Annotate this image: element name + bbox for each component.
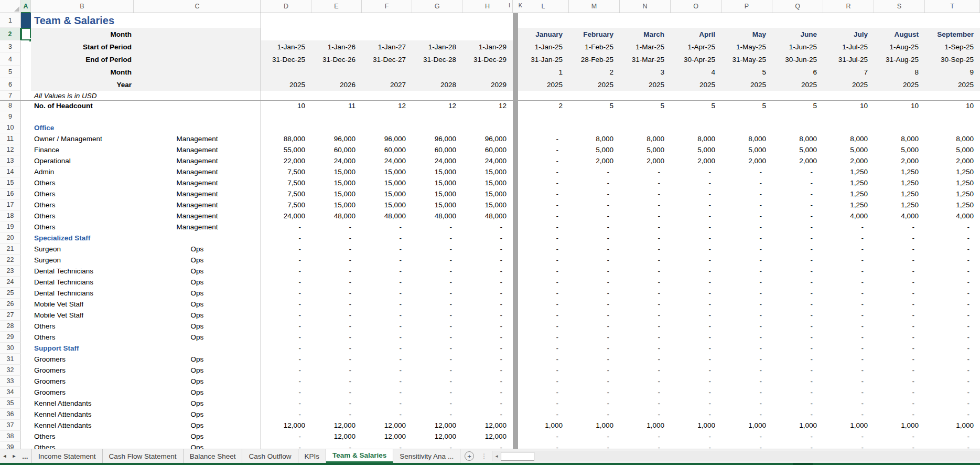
cell-D14[interactable]: 7,500	[261, 166, 311, 177]
cell-P5[interactable]: 5	[721, 66, 772, 78]
col-header-F[interactable]: F	[362, 0, 412, 13]
cell-G26[interactable]: -	[412, 299, 462, 310]
cell-L20[interactable]: -	[518, 232, 569, 244]
cell-C39[interactable]: Ops	[134, 442, 261, 449]
cell-M1[interactable]	[569, 13, 620, 28]
cell-M28[interactable]: -	[569, 321, 620, 332]
cell-T27[interactable]: -	[925, 310, 980, 321]
cell-B33[interactable]: Groomers	[31, 376, 134, 387]
cell-C6[interactable]	[134, 78, 261, 91]
cell-H16[interactable]: 15,000	[462, 188, 513, 199]
cell-C4[interactable]	[134, 53, 261, 66]
cell-R36[interactable]: -	[823, 409, 874, 420]
cell-O30[interactable]: -	[671, 343, 721, 354]
cell-H10[interactable]	[462, 122, 513, 133]
cell-T19[interactable]: -	[925, 221, 980, 232]
cell-D18[interactable]: 24,000	[261, 210, 311, 221]
cell-L27[interactable]: -	[518, 310, 569, 321]
cell-H3[interactable]: 1-Jan-29	[462, 40, 513, 53]
cell-P19[interactable]: -	[721, 221, 772, 232]
cell-L17[interactable]: -	[518, 199, 569, 210]
cell-T13[interactable]: 2,000	[925, 155, 980, 166]
cell-N32[interactable]: -	[620, 365, 671, 376]
cell-G20[interactable]: -	[412, 232, 462, 244]
row-header-13[interactable]: 13	[0, 155, 21, 166]
cell-D38[interactable]: -	[261, 431, 311, 442]
cell-F12[interactable]: 60,000	[362, 144, 412, 155]
cell-R29[interactable]: -	[823, 332, 874, 343]
cell-L22[interactable]: -	[518, 255, 569, 266]
cell-G9[interactable]	[412, 111, 462, 122]
cell-T3[interactable]: 1-Sep-25	[925, 40, 980, 53]
cell-T6[interactable]: 2025	[925, 78, 980, 91]
cell-D10[interactable]	[261, 122, 311, 133]
cell-A35[interactable]	[21, 398, 31, 409]
cell-R38[interactable]: -	[823, 431, 874, 442]
cell-A13[interactable]	[21, 155, 31, 166]
cell-Q14[interactable]: -	[772, 166, 823, 177]
cell-L29[interactable]: -	[518, 332, 569, 343]
cell-A27[interactable]	[21, 310, 31, 321]
col-header-T[interactable]: T	[925, 0, 980, 13]
cell-D30[interactable]: -	[261, 343, 311, 354]
cell-B2[interactable]: Month	[31, 28, 134, 40]
col-header-H[interactable]: H	[462, 0, 513, 13]
cell-S10[interactable]	[874, 122, 925, 133]
cell-O15[interactable]: -	[671, 177, 721, 188]
add-sheet-button[interactable]: +	[465, 451, 474, 461]
cell-P16[interactable]: -	[721, 188, 772, 199]
cell-F38[interactable]: 12,000	[362, 431, 412, 442]
cell-Q2[interactable]: June	[772, 28, 823, 40]
cell-S17[interactable]: 1,250	[874, 199, 925, 210]
cell-E7[interactable]	[311, 91, 362, 100]
cell-S28[interactable]: -	[874, 321, 925, 332]
cell-F22[interactable]: -	[362, 255, 412, 266]
cell-E1[interactable]	[311, 13, 362, 28]
cell-Q25[interactable]: -	[772, 288, 823, 299]
cell-N22[interactable]: -	[620, 255, 671, 266]
cell-T25[interactable]: -	[925, 288, 980, 299]
cell-T9[interactable]	[925, 111, 980, 122]
cell-N38[interactable]: -	[620, 431, 671, 442]
cell-F21[interactable]: -	[362, 244, 412, 255]
cell-F5[interactable]	[362, 66, 412, 78]
cell-F26[interactable]: -	[362, 299, 412, 310]
row-header-12[interactable]: 12	[0, 144, 21, 155]
cell-A31[interactable]	[21, 354, 31, 365]
col-header-Q[interactable]: Q	[772, 0, 823, 13]
cell-C22[interactable]: Ops	[134, 255, 261, 266]
row-header-36[interactable]: 36	[0, 409, 21, 420]
col-header-D[interactable]: D	[261, 0, 311, 13]
cell-T21[interactable]: -	[925, 244, 980, 255]
cell-P20[interactable]: -	[721, 232, 772, 244]
cell-T35[interactable]: -	[925, 398, 980, 409]
cell-M19[interactable]: -	[569, 221, 620, 232]
cell-B28[interactable]: Others	[31, 321, 134, 332]
cell-F30[interactable]: -	[362, 343, 412, 354]
cell-O7[interactable]	[671, 91, 721, 100]
cell-B30[interactable]: Support Staff	[31, 343, 134, 354]
cell-B15[interactable]: Others	[31, 177, 134, 188]
cell-L31[interactable]: -	[518, 354, 569, 365]
col-header-K[interactable]: K	[519, 2, 522, 8]
cell-N14[interactable]: -	[620, 166, 671, 177]
cell-B38[interactable]: Others	[31, 431, 134, 442]
cell-S22[interactable]: -	[874, 255, 925, 266]
cell-P28[interactable]: -	[721, 321, 772, 332]
cell-L38[interactable]: -	[518, 431, 569, 442]
cell-C21[interactable]: Ops	[134, 244, 261, 255]
cell-S23[interactable]: -	[874, 266, 925, 277]
row-header-21[interactable]: 21	[0, 244, 21, 255]
cell-F37[interactable]: 12,000	[362, 420, 412, 431]
row-header-25[interactable]: 25	[0, 288, 21, 299]
cell-F3[interactable]: 1-Jan-27	[362, 40, 412, 53]
cell-T12[interactable]: 5,000	[925, 144, 980, 155]
cell-G6[interactable]: 2028	[412, 78, 462, 91]
col-header-O[interactable]: O	[671, 0, 721, 13]
cell-B31[interactable]: Groomers	[31, 354, 134, 365]
cell-D29[interactable]: -	[261, 332, 311, 343]
cell-G13[interactable]: 24,000	[412, 155, 462, 166]
cell-L21[interactable]: -	[518, 244, 569, 255]
cell-Q17[interactable]: -	[772, 199, 823, 210]
cell-E6[interactable]: 2026	[311, 78, 362, 91]
